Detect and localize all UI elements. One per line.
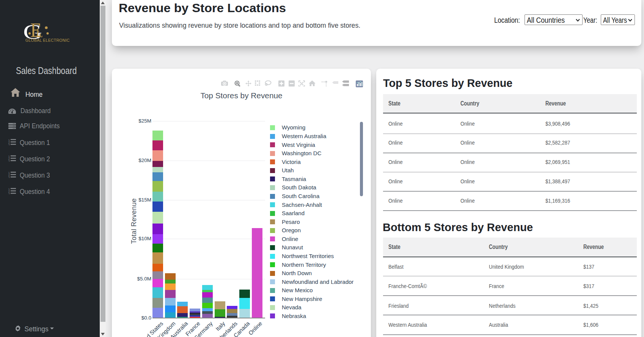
svg-text:3: 3 bbox=[8, 192, 10, 195]
svg-text:3: 3 bbox=[8, 143, 10, 146]
svg-text:3: 3 bbox=[8, 176, 10, 178]
svg-text:3: 3 bbox=[8, 160, 10, 162]
